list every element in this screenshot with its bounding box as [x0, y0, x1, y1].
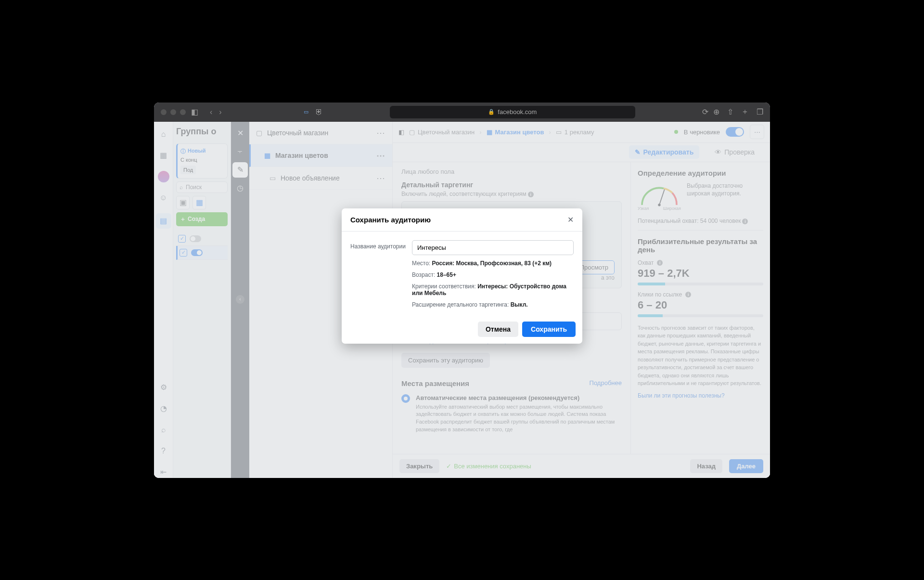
criteria-label: Критерии соответствия: [412, 283, 476, 290]
new-tab-icon[interactable]: ＋ [741, 107, 749, 117]
sidebar-icon[interactable]: ◧ [191, 108, 198, 116]
url-text: facebook.com [498, 108, 537, 116]
forward-icon[interactable]: › [219, 108, 221, 116]
age-value: 18–65+ [437, 271, 456, 278]
expansion-label: Расширение детального таргетинга: [412, 301, 509, 308]
close-icon[interactable]: ✕ [567, 215, 574, 224]
loc-label: Место: [412, 260, 430, 267]
url-bar[interactable]: 🔒facebook.com [390, 106, 635, 118]
tabs-icon[interactable]: ❐ [757, 107, 763, 116]
audience-name-input[interactable] [412, 240, 574, 255]
back-icon[interactable]: ‹ [210, 108, 212, 116]
browser-toolbar: ◧ ‹› ▭ ⛨ 🔒facebook.com ⟳ ⊕ ⇧ ＋ ❐ [154, 103, 770, 122]
expansion-value: Выкл. [511, 301, 528, 308]
download-icon[interactable]: ⊕ [713, 107, 719, 116]
traffic-lights[interactable] [161, 109, 186, 115]
share-icon[interactable]: ⇧ [727, 107, 733, 116]
loc-value: Россия: Москва, Профсоюзная, 83 (+2 км) [432, 260, 552, 267]
save-button[interactable]: Сохранить [522, 322, 576, 337]
audience-name-label: Название аудитории [350, 240, 407, 308]
age-label: Возраст: [412, 271, 435, 278]
save-audience-modal: Сохранить аудиторию ✕ Название аудитории… [342, 208, 582, 344]
tracking-icon[interactable]: ▭ [304, 109, 308, 115]
shield-icon[interactable]: ⛨ [315, 108, 323, 116]
lock-icon: 🔒 [488, 109, 495, 115]
modal-title: Сохранить аудиторию [350, 216, 431, 224]
reload-icon[interactable]: ⟳ [702, 107, 708, 116]
cancel-button[interactable]: Отмена [478, 322, 518, 337]
